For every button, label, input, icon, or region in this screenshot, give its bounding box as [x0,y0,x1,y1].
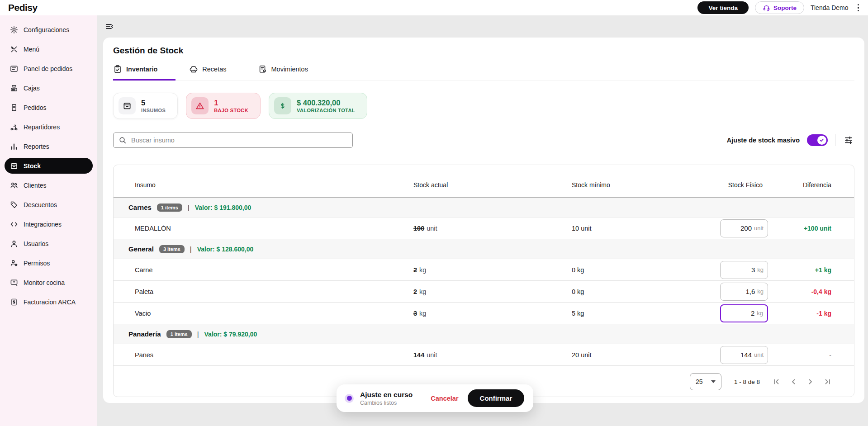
utensils-icon [10,45,18,53]
bulk-adjust-label: Ajuste de stock masivo [727,137,800,144]
last-page-icon[interactable] [824,378,831,385]
stock-minimo-cell: 20 unit [572,351,718,359]
stock-fisico-input[interactable] [732,266,755,274]
topbar-right: Ver tienda Soporte Tienda Demo [697,1,862,14]
group-valor: Valor: $ 128.600,00 [197,246,254,253]
pagination-range: 1 - 8 de 8 [734,379,760,385]
column-header-stock-actual: Stock actual [413,181,572,189]
code-icon [10,220,18,228]
sidebar-item-label: Panel de pedidos [24,65,72,72]
kebab-menu-icon[interactable] [855,2,862,14]
unit-suffix: kg [757,288,764,295]
sidebar-item-monitor-cocina[interactable]: Monitor cocina [5,275,93,290]
sidebar: Configuraciones Menú Panel de pedidos [0,15,97,426]
table-row-vacio: Vacio 3kg 5 kg kg -1 kg [114,303,854,324]
tab-movimientos[interactable]: Movimientos [258,62,326,80]
sidebar-item-panel-de-pedidos[interactable]: Panel de pedidos [5,61,93,76]
main-area: Gestión de Stock Inventario [97,15,868,426]
group-separator: | [197,330,199,338]
ver-tienda-button[interactable]: Ver tienda [697,1,749,14]
sidebar-item-menu[interactable]: Menú [5,41,93,57]
tab-label: Movimientos [271,66,308,73]
controls-row: Ajuste de stock masivo [113,133,854,148]
tab-inventario[interactable]: Inventario [113,62,175,80]
stat-label: BAJO STOCK [214,108,248,113]
table-row-panes: Panes 144unit 20 unit unit - [114,344,854,366]
gear-icon [10,26,18,34]
vertical-divider [835,134,835,146]
sidebar-item-repartidores[interactable]: Repartidores [5,119,93,135]
cancel-button[interactable]: Cancelar [431,395,458,402]
customers-icon [10,181,18,189]
page-size-select[interactable]: 25 [690,373,721,390]
chevron-down-icon [711,380,716,383]
sidebar-item-label: Permisos [24,260,50,267]
next-page-icon[interactable] [807,378,814,385]
tab-bar: Inventario Recetas [113,62,854,81]
box-icon [119,97,136,114]
clipboard-check-icon [113,65,122,74]
sidebar-item-label: Configuraciones [24,26,69,33]
search-icon [119,136,127,144]
sidebar-item-permisos[interactable]: Permisos [5,255,93,271]
stock-fisico-input-box: kg [720,261,768,279]
group-name: Panadería [128,330,161,338]
stat-card-insumos: 5 INSUMOS [113,93,178,119]
sidebar-item-label: Monitor cocina [24,279,65,286]
group-name: General [128,245,154,253]
adjust-bar-subtitle: Cambios listos [360,400,413,406]
document-clock-icon [258,65,267,74]
stock-fisico-input[interactable] [732,309,754,317]
content-panel: Gestión de Stock Inventario [103,38,864,403]
sidebar-item-facturacion-arca[interactable]: Facturacion ARCA [5,294,93,310]
sidebar-item-cajas[interactable]: Cajas [5,80,93,96]
group-valor: Valor: $ 79.920,00 [204,331,257,338]
tab-label: Inventario [126,66,157,73]
sidebar-collapse-icon[interactable] [105,22,114,31]
search-input[interactable] [131,137,347,144]
sidebar-item-label: Clientes [24,182,47,189]
sidebar-item-clientes[interactable]: Clientes [5,177,93,193]
sidebar-item-configuraciones[interactable]: Configuraciones [5,22,93,38]
table-row-carne: Carne 2kg 0 kg kg +1 kg [114,259,854,281]
dollar-icon [274,97,291,114]
first-page-icon[interactable] [773,378,780,385]
tab-recetas[interactable]: Recetas [189,62,244,80]
warning-triangle-icon [191,97,209,114]
diferencia-cell: +1 kg [768,266,831,274]
topbar: Pedisy Ver tienda Soporte Tienda Demo [0,0,868,15]
group-row-panaderia: Panadería 1 items | Valor: $ 79.920,00 [114,324,854,344]
sidebar-item-stock[interactable]: Stock [5,158,93,174]
group-row-general: General 3 items | Valor: $ 128.600,00 [114,239,854,259]
insumo-name: Vacio [114,310,413,317]
kitchen-monitor-icon [10,279,18,287]
stock-actual-cell: 3kg [413,310,572,317]
stock-actual-cell: 2kg [413,288,572,295]
stock-fisico-input[interactable] [729,351,752,359]
soporte-button[interactable]: Soporte [755,1,804,14]
prev-page-icon[interactable] [790,378,797,385]
group-items-badge: 1 items [166,330,192,338]
filter-sliders-icon[interactable] [843,134,854,146]
page-title: Gestión de Stock [113,46,854,56]
user-gear-icon [10,259,18,267]
column-header-insumo: Insumo [114,181,413,189]
sidebar-item-pedidos[interactable]: Pedidos [5,99,93,115]
invoice-dollar-icon [10,298,18,306]
stock-fisico-input[interactable] [729,224,752,232]
group-separator: | [190,245,192,253]
group-row-carnes: Carnes 1 items | Valor: $ 191.800,00 [114,198,854,218]
sidebar-item-integraciones[interactable]: Integraciones [5,216,93,232]
diferencia-cell: - [768,351,831,359]
sidebar-item-label: Usuarios [24,240,48,247]
sidebar-item-usuarios[interactable]: Usuarios [5,236,93,251]
app-logo: Pedisy [8,2,38,13]
bulk-adjust-toggle[interactable] [807,134,828,146]
insumo-name: Carne [114,266,413,274]
page-size-value: 25 [696,378,703,385]
sidebar-item-descuentos[interactable]: Descuentos [5,197,93,213]
sidebar-item-reportes[interactable]: Reportes [5,138,93,154]
stock-fisico-input[interactable] [732,288,755,295]
stock-minimo-cell: 0 kg [572,266,718,274]
confirm-button[interactable]: Confirmar [468,389,525,407]
